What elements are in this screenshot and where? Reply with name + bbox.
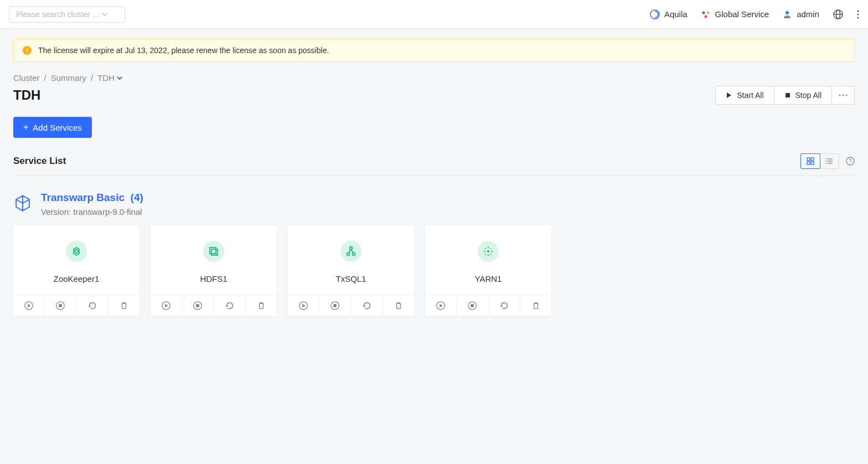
svg-point-45 xyxy=(488,255,489,256)
stop-button[interactable] xyxy=(45,295,76,316)
svg-point-54 xyxy=(471,304,474,307)
chevron-down-icon xyxy=(117,75,122,81)
play-button[interactable] xyxy=(288,295,319,316)
restart-button[interactable] xyxy=(489,295,520,316)
list-view-button[interactable] xyxy=(820,154,839,168)
svg-point-46 xyxy=(484,251,485,252)
svg-point-34 xyxy=(196,304,199,307)
play-button[interactable] xyxy=(13,295,45,316)
search-placeholder: Please search cluster ... xyxy=(16,10,99,19)
add-services-button[interactable]: + Add Services xyxy=(13,117,92,138)
breadcrumb-summary[interactable]: Summary xyxy=(51,73,86,83)
stop-button[interactable] xyxy=(319,295,351,316)
svg-point-49 xyxy=(490,248,492,249)
svg-point-42 xyxy=(333,304,337,307)
restart-icon xyxy=(499,301,509,311)
svg-point-51 xyxy=(490,254,492,255)
svg-point-23 xyxy=(826,161,827,162)
stop-button[interactable] xyxy=(182,295,214,316)
svg-text:?: ? xyxy=(849,158,852,164)
svg-rect-31 xyxy=(211,249,218,255)
chevron-down-icon xyxy=(101,11,108,18)
user-menu[interactable]: admin xyxy=(782,9,819,19)
svg-point-44 xyxy=(488,247,489,249)
card-body: YARN1 xyxy=(425,225,551,295)
delete-button[interactable] xyxy=(246,295,277,316)
svg-point-8 xyxy=(857,10,859,12)
stop-icon xyxy=(784,92,791,99)
top-header: Please search cluster ... Aquila Global … xyxy=(0,0,868,29)
service-group-header: Transwarp Basic (4) Version: transwarp-9… xyxy=(13,192,855,216)
stop-all-button[interactable]: Stop All xyxy=(774,86,832,105)
service-card[interactable]: ZooKeeper1 xyxy=(13,225,140,316)
delete-button[interactable] xyxy=(383,295,414,316)
title-row: TDH Start All Stop All xyxy=(13,86,855,105)
svg-point-12 xyxy=(839,95,841,96)
group-title[interactable]: Transwarp Basic (4) xyxy=(41,192,143,204)
svg-point-50 xyxy=(485,254,486,255)
svg-point-36 xyxy=(347,253,350,256)
card-body: HDFS1 xyxy=(151,225,277,295)
play-icon xyxy=(436,301,446,311)
stop-icon xyxy=(330,301,340,311)
grid-icon xyxy=(807,157,814,165)
svg-rect-11 xyxy=(786,93,790,97)
user-icon xyxy=(782,9,792,19)
aquila-link[interactable]: Aquila xyxy=(650,9,688,19)
service-name: HDFS1 xyxy=(200,274,227,283)
play-button[interactable] xyxy=(151,295,182,316)
play-button[interactable] xyxy=(425,295,457,316)
svg-point-22 xyxy=(826,158,827,159)
svg-point-14 xyxy=(846,95,848,96)
group-version: Version: transwarp-9.0-final xyxy=(41,207,143,216)
restart-button[interactable] xyxy=(214,295,246,316)
delete-button[interactable] xyxy=(108,295,140,316)
more-menu-icon[interactable] xyxy=(857,10,859,19)
svg-point-24 xyxy=(826,163,827,164)
svg-rect-18 xyxy=(811,162,814,164)
ellipsis-icon xyxy=(839,94,848,96)
page-title: TDH xyxy=(13,87,40,103)
restart-button[interactable] xyxy=(77,295,108,316)
play-icon xyxy=(298,301,308,311)
card-actions xyxy=(151,295,277,316)
svg-point-13 xyxy=(843,95,844,96)
more-actions-button[interactable] xyxy=(832,86,855,105)
svg-point-47 xyxy=(492,251,493,252)
service-list-header: Service List ? xyxy=(13,153,855,176)
restart-icon xyxy=(362,301,372,311)
group-info: Transwarp Basic (4) Version: transwarp-9… xyxy=(41,192,143,216)
header-right: Aquila Global Service admin xyxy=(650,9,859,20)
card-actions xyxy=(288,295,414,316)
global-service-link[interactable]: Global Service xyxy=(701,9,769,19)
card-actions xyxy=(13,295,140,316)
play-icon xyxy=(726,92,732,99)
alert-text: The license will expire at Jul 13, 2022,… xyxy=(38,46,329,55)
delete-icon xyxy=(119,301,129,311)
breadcrumb-cluster[interactable]: Cluster xyxy=(13,73,40,83)
service-card[interactable]: TxSQL1 xyxy=(288,225,414,316)
start-all-button[interactable]: Start All xyxy=(715,86,774,105)
service-list-title: Service List xyxy=(13,156,66,167)
cluster-search-select[interactable]: Please search cluster ... xyxy=(9,6,125,23)
svg-point-29 xyxy=(59,304,62,307)
breadcrumb-current[interactable]: TDH xyxy=(97,73,122,83)
svg-point-48 xyxy=(485,248,486,249)
card-body: ZooKeeper1 xyxy=(13,225,140,295)
stop-button[interactable] xyxy=(457,295,488,316)
view-controls: ? xyxy=(800,153,855,169)
svg-point-10 xyxy=(857,17,859,18)
globe-icon[interactable] xyxy=(833,9,844,20)
help-icon[interactable]: ? xyxy=(846,157,855,166)
aquila-label: Aquila xyxy=(664,9,688,19)
delete-button[interactable] xyxy=(520,295,551,316)
service-icon xyxy=(340,241,361,262)
service-card[interactable]: HDFS1 xyxy=(151,225,277,316)
view-toggle xyxy=(800,153,839,169)
svg-point-35 xyxy=(350,247,353,250)
grid-view-button[interactable] xyxy=(800,153,820,169)
service-card[interactable]: YARN1 xyxy=(425,225,551,316)
service-icon xyxy=(203,241,224,262)
license-alert: ! The license will expire at Jul 13, 202… xyxy=(13,39,855,62)
restart-button[interactable] xyxy=(352,295,383,316)
